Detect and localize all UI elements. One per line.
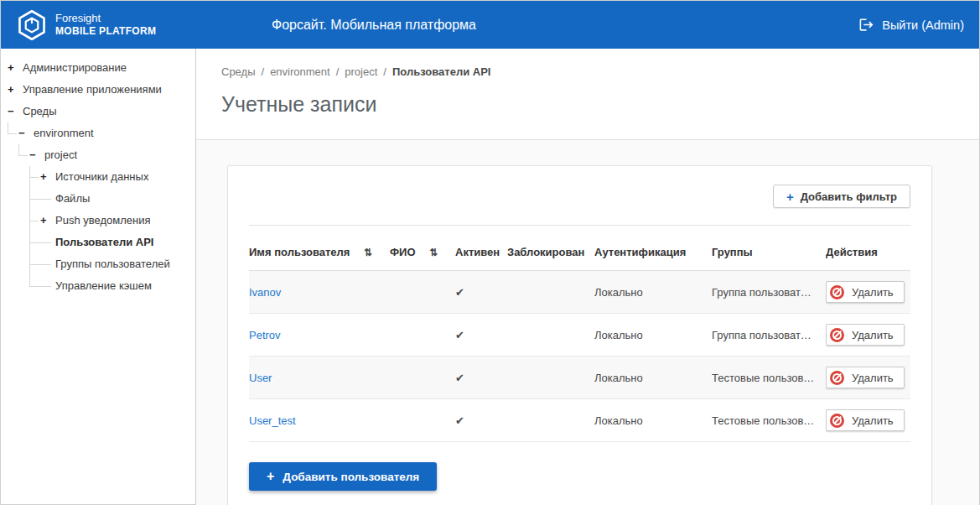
sidebar-item-administration[interactable]: + Администрирование [8, 57, 195, 79]
groups-cell: Группа пользоват… [712, 314, 826, 357]
auth-cell: Локально [594, 271, 712, 314]
groups-cell: Тестовые пользов… [712, 399, 826, 442]
sort-icon[interactable]: ⇅ [429, 247, 438, 258]
logo-line2: MOBILE PLATFORM [55, 25, 156, 38]
active-check-cell: ✔ [455, 271, 507, 314]
table-header-row: Имя пользователя ⇅ ФИО ⇅ Активен Заблоки… [249, 226, 910, 271]
active-check-cell: ✔ [455, 314, 507, 357]
expand-icon[interactable]: + [40, 210, 55, 232]
table-row: User ✔ Локально Тестовые пользов… [249, 357, 910, 399]
logo-line1: Foresight [55, 12, 156, 25]
tree-node-user-groups: Группы пользователей [29, 253, 195, 275]
username-link[interactable]: Ivanov [249, 286, 281, 299]
sidebar-item-label: Управление кэшем [55, 275, 152, 297]
expand-icon[interactable]: + [8, 79, 23, 101]
tree-node-environment: − environment − project [8, 122, 195, 297]
sort-icon[interactable]: ⇅ [364, 247, 372, 258]
sidebar-item-label: Пользователи API [55, 232, 153, 253]
add-user-label: Добавить пользователя [283, 471, 419, 483]
column-header-groups: Группы [712, 226, 826, 271]
top-header: Foresight MOBILE PLATFORM Форсайт. Мобил… [1, 1, 979, 49]
active-check-cell: ✔ [455, 399, 507, 442]
breadcrumb-separator: / [383, 65, 386, 78]
fio-cell [390, 399, 455, 442]
actions-cell: Удалить [826, 399, 910, 442]
breadcrumb-item-current: Пользователи API [392, 65, 490, 78]
username-link[interactable]: User_test [249, 414, 296, 427]
actions-cell: Удалить [826, 271, 910, 314]
breadcrumb-item-environments[interactable]: Среды [221, 65, 256, 78]
username-cell: User [249, 357, 390, 399]
sidebar-item-project[interactable]: − project [29, 144, 195, 166]
delete-button[interactable]: Удалить [826, 367, 905, 388]
add-filter-label: Добавить фильтр [801, 190, 897, 203]
prohibit-icon [830, 371, 844, 385]
logout-button[interactable]: Выйти (Admin) [858, 17, 964, 33]
add-user-button[interactable]: + Добавить пользователя [249, 462, 437, 491]
breadcrumb-separator: / [336, 65, 340, 78]
sidebar-item-label: Push уведомления [55, 210, 151, 232]
tree-node-files: Файлы [29, 188, 195, 210]
sidebar-item-label: Среды [23, 101, 57, 122]
collapse-icon[interactable]: − [18, 122, 34, 144]
sidebar-item-environment[interactable]: − environment [18, 122, 195, 144]
delete-label: Удалить [852, 414, 894, 427]
tree-node-push-notifications: + Push уведомления [29, 210, 195, 232]
breadcrumb-item-environment[interactable]: environment [270, 65, 330, 78]
tree-node-environments: − Среды − environment [8, 101, 195, 297]
column-label: ФИО [390, 246, 416, 258]
delete-button[interactable]: Удалить [826, 409, 905, 431]
column-header-active: Активен [455, 226, 507, 271]
collapse-icon[interactable]: − [8, 101, 23, 122]
expand-icon[interactable]: + [8, 57, 23, 79]
column-header-blocked: Заблокирован [507, 226, 594, 271]
logo-text: Foresight MOBILE PLATFORM [55, 12, 156, 38]
sidebar-tree: + Администрирование + Управление приложе… [1, 57, 195, 297]
table-row: Petrov ✔ Локально Группа пользоват… [249, 314, 910, 357]
add-filter-button[interactable]: + Добавить фильтр [773, 185, 910, 208]
sidebar-item-cache-management[interactable]: Управление кэшем [40, 275, 195, 297]
sidebar-item-user-groups[interactable]: Группы пользователей [40, 253, 195, 275]
groups-cell: Тестовые пользов… [712, 357, 826, 399]
table-body: Ivanov ✔ Локально Группа пользоват… [249, 271, 910, 442]
fio-cell [390, 271, 455, 314]
sidebar-item-data-sources[interactable]: + Источники данных [40, 166, 195, 188]
auth-cell: Локально [594, 399, 712, 442]
column-header-fio[interactable]: ФИО ⇅ [390, 226, 455, 271]
blocked-cell [507, 399, 594, 442]
actions-cell: Удалить [826, 357, 910, 399]
api-users-table: Имя пользователя ⇅ ФИО ⇅ Активен Заблоки… [249, 225, 910, 442]
collapse-icon[interactable]: − [29, 144, 44, 166]
breadcrumb: Среды / environment / project / Пользова… [221, 65, 954, 78]
sidebar-item-push-notifications[interactable]: + Push уведомления [40, 210, 195, 232]
breadcrumb-item-project[interactable]: project [345, 65, 377, 78]
sidebar-item-app-management[interactable]: + Управление приложениями [8, 79, 195, 101]
plus-icon: + [267, 469, 274, 484]
sidebar-item-api-users[interactable]: Пользователи API [40, 232, 195, 253]
prohibit-icon [830, 328, 844, 342]
column-header-auth: Аутентификация [594, 226, 712, 271]
sidebar-item-label: project [44, 144, 77, 166]
content-area: + Добавить фильтр Имя пользоват [196, 140, 979, 505]
username-link[interactable]: Petrov [249, 329, 281, 341]
column-header-username[interactable]: Имя пользователя ⇅ [249, 226, 390, 271]
sidebar-item-label: Администрирование [23, 57, 127, 79]
auth-cell: Локально [594, 357, 712, 399]
blocked-cell [507, 357, 594, 399]
card-actions: + Добавить фильтр [249, 185, 910, 208]
auth-cell: Локально [594, 314, 712, 357]
accounts-card: + Добавить фильтр Имя пользоват [227, 165, 932, 505]
delete-label: Удалить [852, 329, 894, 341]
sidebar-item-files[interactable]: Файлы [40, 188, 195, 210]
username-link[interactable]: User [249, 372, 272, 384]
logo-icon [16, 9, 48, 41]
sidebar-item-environments[interactable]: − Среды [8, 101, 195, 122]
delete-button[interactable]: Удалить [826, 281, 905, 303]
app-window: Foresight MOBILE PLATFORM Форсайт. Мобил… [0, 0, 980, 505]
delete-label: Удалить [852, 372, 894, 384]
expand-icon[interactable]: + [40, 166, 55, 188]
delete-button[interactable]: Удалить [826, 324, 905, 346]
tree-node-administration: + Администрирование [8, 57, 195, 79]
sidebar-item-label: Файлы [55, 188, 90, 210]
prohibit-icon [830, 414, 844, 428]
